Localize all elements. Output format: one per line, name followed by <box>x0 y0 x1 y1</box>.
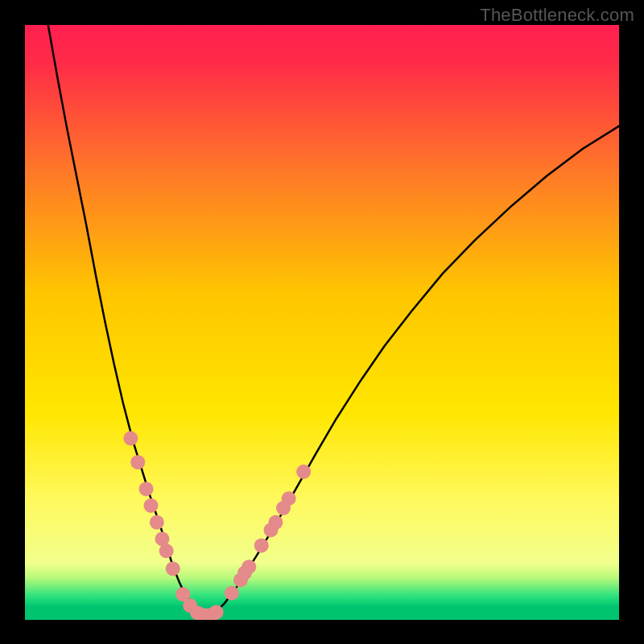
scatter-dot <box>282 491 296 506</box>
scatter-dot <box>143 498 158 513</box>
plot-background <box>25 25 619 620</box>
scatter-dot <box>123 431 138 446</box>
scatter-dot <box>242 559 256 574</box>
scatter-dot <box>296 464 311 479</box>
scatter-dot <box>209 605 224 619</box>
scatter-dot <box>159 543 174 558</box>
scatter-dot <box>268 515 283 530</box>
scatter-dot <box>166 561 180 576</box>
watermark-text: TheBottleneck.com <box>480 5 634 26</box>
scatter-dot <box>139 481 154 496</box>
scatter-dot <box>130 455 145 469</box>
chart-svg <box>0 0 644 644</box>
scatter-dot <box>225 586 239 601</box>
scatter-dot <box>254 539 269 553</box>
chart-root: TheBottleneck.com <box>0 0 644 644</box>
scatter-dot <box>150 515 164 530</box>
